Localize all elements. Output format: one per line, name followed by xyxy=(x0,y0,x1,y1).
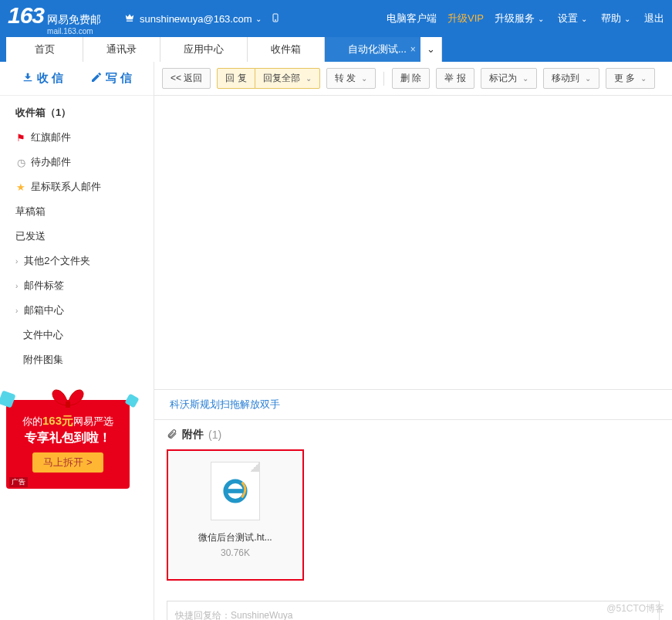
logo[interactable]: 163 网易免费邮 mail.163.com xyxy=(8,2,101,36)
tab-dropdown[interactable]: ⌄ xyxy=(420,37,442,62)
quick-reply-input[interactable]: 快捷回复给：SunshineWuya xyxy=(167,601,660,620)
tab-inbox[interactable]: 收件箱 xyxy=(248,37,325,62)
nav-upgrade[interactable]: 升级服务⌄ xyxy=(495,12,547,25)
chevron-right-icon: › xyxy=(15,257,18,266)
receive-button[interactable]: 收 信 xyxy=(22,71,63,86)
promo-banner[interactable]: 你的163元网易严选 专享礼包到啦！ 马上拆开 > 广告 xyxy=(6,400,130,489)
sidebar-sent[interactable]: 已发送 xyxy=(0,224,154,249)
edit-icon xyxy=(90,71,103,86)
forward-button[interactable]: 转 发 xyxy=(326,68,376,89)
logo-number: 163 xyxy=(8,2,44,29)
sidebar-drafts[interactable]: 草稿箱 xyxy=(0,199,154,224)
tab-bar: 首页 通讯录 应用中心 收件箱 自动化测试... × ⌄ xyxy=(0,37,672,62)
attachment-icon xyxy=(167,429,177,442)
nav-vip[interactable]: 升级VIP xyxy=(447,12,484,25)
attachment-section: 附件 (1) 微信后台测试.ht... 30.76K xyxy=(154,420,672,588)
back-button[interactable]: << 返回 xyxy=(162,68,211,89)
ie-icon xyxy=(222,478,248,504)
sidebar-other[interactable]: ›其他2个文件夹 xyxy=(0,249,154,273)
file-thumbnail xyxy=(211,462,260,520)
reply-button[interactable]: 回 复 xyxy=(217,68,255,89)
close-icon[interactable]: × xyxy=(410,37,416,62)
move-button[interactable]: 移动到 xyxy=(543,68,599,89)
content-area: 科沃斯规划扫拖解放双手 附件 (1) 微信后台测试.ht... 30.76K 快… xyxy=(154,96,672,620)
sidebar-inbox[interactable]: 收件箱（1） xyxy=(0,100,154,125)
sidebar-flag[interactable]: ⚑红旗邮件 xyxy=(0,125,154,150)
crown-icon xyxy=(124,12,135,25)
compose-button[interactable]: 写 信 xyxy=(90,71,132,86)
nav-help[interactable]: 帮助⌄ xyxy=(601,12,633,25)
sidebar-star[interactable]: ★星标联系人邮件 xyxy=(0,174,154,199)
flag-icon: ⚑ xyxy=(15,132,26,144)
svg-rect-2 xyxy=(66,401,70,408)
chevron-down-icon: ⌄ xyxy=(255,15,262,23)
sidebar-center[interactable]: ›邮箱中心 xyxy=(0,298,154,323)
tab-home[interactable]: 首页 xyxy=(6,37,83,62)
main-panel: << 返回 回 复 回复全部 转 发 删 除 举 报 标记为 移动到 更 多 科… xyxy=(154,62,672,620)
attachment-count: (1) xyxy=(208,429,221,441)
nav-desktop[interactable]: 电脑客户端 xyxy=(387,12,437,25)
tab-active-label: 自动化测试... xyxy=(348,43,407,55)
nav-settings[interactable]: 设置⌄ xyxy=(558,12,590,25)
promo-line1: 你的163元网易严选 xyxy=(14,414,122,429)
sidebar-files[interactable]: 文件中心 xyxy=(0,323,154,347)
attachment-label: 附件 xyxy=(182,428,204,442)
sidebar: 收 信 写 信 收件箱（1） ⚑红旗邮件 ◷待办邮件 ★星标联系人邮件 草稿箱 … xyxy=(0,62,154,620)
mark-button[interactable]: 标记为 xyxy=(481,68,537,89)
user-menu[interactable]: sunshinewuya@163.com ⌄ xyxy=(124,12,285,25)
nav-logout[interactable]: 退出 xyxy=(644,12,664,25)
download-icon xyxy=(22,71,34,86)
file-size: 30.76K xyxy=(176,547,295,558)
clock-icon: ◷ xyxy=(15,157,26,168)
promo-line2: 专享礼包到啦！ xyxy=(14,430,122,446)
watermark: @51CTO博客 xyxy=(606,602,664,615)
logo-subtitle: mail.163.com xyxy=(47,27,101,36)
chevron-right-icon: › xyxy=(15,282,18,290)
reply-all-button[interactable]: 回复全部 xyxy=(255,68,320,89)
toolbar: << 返回 回 复 回复全部 转 发 删 除 举 报 标记为 移动到 更 多 xyxy=(154,62,672,96)
star-icon: ★ xyxy=(15,181,26,193)
header: 163 网易免费邮 mail.163.com sunshinewuya@163.… xyxy=(0,0,672,37)
tab-active[interactable]: 自动化测试... × xyxy=(325,37,420,62)
file-name: 微信后台测试.ht... xyxy=(176,531,295,544)
promo-open-button[interactable]: 马上拆开 > xyxy=(32,452,103,473)
tab-apps[interactable]: 应用中心 xyxy=(160,37,248,62)
spam-button[interactable]: 举 报 xyxy=(436,68,474,89)
tab-contacts[interactable]: 通讯录 xyxy=(83,37,160,62)
delete-button[interactable]: 删 除 xyxy=(392,68,430,89)
attachment-card[interactable]: 微信后台测试.ht... 30.76K xyxy=(167,449,304,581)
more-button[interactable]: 更 多 xyxy=(606,68,655,89)
phone-icon[interactable] xyxy=(271,12,280,25)
chevron-right-icon: › xyxy=(15,307,18,315)
ad-link[interactable]: 科沃斯规划扫拖解放双手 xyxy=(154,389,672,420)
svg-point-1 xyxy=(275,19,275,20)
user-email: sunshinewuya@163.com xyxy=(140,13,252,25)
sidebar-attach[interactable]: 附件图集 xyxy=(0,347,154,372)
gift-bow-icon xyxy=(45,386,91,409)
ad-label: 广告 xyxy=(9,477,28,487)
sidebar-tags[interactable]: ›邮件标签 xyxy=(0,273,154,298)
sidebar-todo[interactable]: ◷待办邮件 xyxy=(0,150,154,174)
header-nav: 电脑客户端 升级VIP 升级服务⌄ 设置⌄ 帮助⌄ 退出 xyxy=(387,12,664,25)
logo-title: 网易免费邮 xyxy=(47,13,101,27)
